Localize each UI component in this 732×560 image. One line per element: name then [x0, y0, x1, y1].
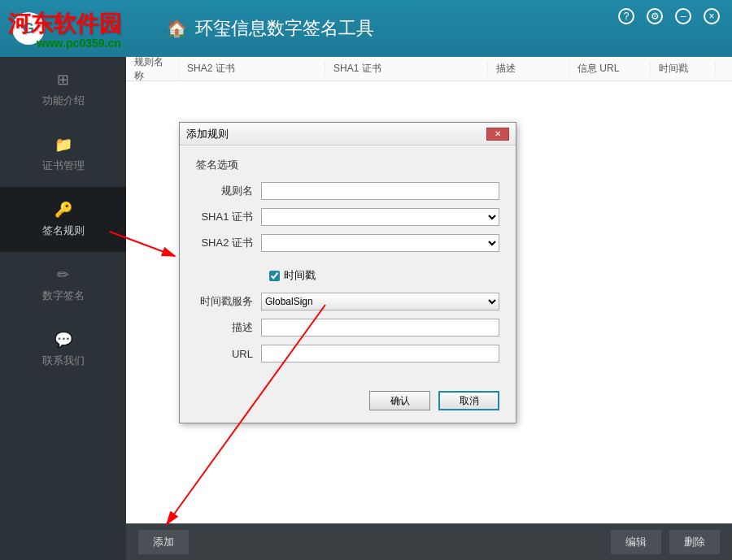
checkbox-timestamp[interactable]: [269, 271, 280, 281]
label-timestamp: 时间戳: [284, 268, 316, 283]
dialog-titlebar[interactable]: 添加规则 ✕: [180, 123, 516, 145]
th-sha1[interactable]: SHA1 证书: [325, 62, 488, 76]
form-row-sha1: SHA1 证书: [196, 208, 499, 226]
sidebar-item-label: 联系我们: [42, 354, 85, 368]
close-button[interactable]: ×: [704, 8, 720, 24]
logo-area: G: [12, 12, 45, 45]
folder-icon: 📁: [54, 136, 72, 154]
label-desc: 描述: [196, 320, 261, 335]
cancel-button[interactable]: 取消: [438, 391, 499, 410]
th-timestamp[interactable]: 时间戳: [651, 62, 716, 76]
add-button[interactable]: 添加: [138, 530, 189, 554]
logo-icon: G: [12, 12, 45, 45]
minimize-button[interactable]: –: [675, 8, 691, 24]
dialog-title-text: 添加规则: [186, 127, 229, 141]
th-sha2[interactable]: SHA2 证书: [179, 62, 325, 76]
home-icon[interactable]: 🏠: [167, 19, 187, 38]
dialog-buttons: 确认 取消: [180, 383, 516, 423]
label-tsservice: 时间戳服务: [196, 294, 261, 309]
form-row-sha2: SHA2 证书: [196, 234, 499, 252]
sidebar-item-sign[interactable]: ✏ 数字签名: [0, 252, 126, 317]
sidebar-item-cert[interactable]: 📁 证书管理: [0, 122, 126, 187]
app-title: 环玺信息数字签名工具: [195, 16, 374, 41]
delete-button[interactable]: 删除: [669, 530, 720, 554]
label-url: URL: [196, 348, 261, 360]
key-icon: 🔑: [54, 201, 72, 219]
select-sha1[interactable]: [261, 208, 499, 226]
table-header: 规则名称 SHA2 证书 SHA1 证书 描述 信息 URL 时间戳: [126, 57, 732, 81]
ok-button[interactable]: 确认: [369, 391, 430, 410]
dialog-body: 签名选项 规则名 SHA1 证书 SHA2 证书 时间戳 时间戳服务 Globa…: [180, 145, 516, 383]
th-name[interactable]: 规则名称: [126, 55, 179, 83]
titlebar-controls: ? ⚙ – ×: [618, 8, 720, 24]
form-row-url: URL: [196, 345, 499, 362]
bottom-bar: 添加 编辑 删除: [126, 523, 732, 560]
sidebar-item-contact[interactable]: 💬 联系我们: [0, 317, 126, 382]
select-tsservice[interactable]: GlobalSign: [261, 293, 499, 310]
label-sha2: SHA2 证书: [196, 236, 261, 250]
sidebar-item-label: 签名规则: [42, 224, 85, 238]
form-row-tsservice: 时间戳服务 GlobalSign: [196, 293, 499, 310]
input-desc[interactable]: [261, 319, 499, 336]
label-sha1: SHA1 证书: [196, 210, 261, 224]
checkbox-row-timestamp: 时间戳: [269, 268, 499, 283]
sidebar: ⊞ 功能介绍 📁 证书管理 🔑 签名规则 ✏ 数字签名 💬 联系我们: [0, 57, 126, 560]
th-url[interactable]: 信息 URL: [569, 62, 651, 76]
edit-button[interactable]: 编辑: [611, 530, 661, 554]
settings-button[interactable]: ⚙: [647, 8, 663, 24]
help-button[interactable]: ?: [618, 8, 634, 24]
form-row-desc: 描述: [196, 319, 499, 336]
select-sha2[interactable]: [261, 234, 499, 252]
titlebar: G 🏠 环玺信息数字签名工具 ? ⚙ – ×: [0, 0, 732, 57]
grid-icon: ⊞: [57, 71, 69, 89]
sidebar-item-label: 证书管理: [42, 158, 85, 173]
sidebar-item-rules[interactable]: 🔑 签名规则: [0, 187, 126, 252]
dialog-close-button[interactable]: ✕: [486, 128, 509, 141]
th-desc[interactable]: 描述: [488, 62, 569, 76]
sidebar-item-intro[interactable]: ⊞ 功能介绍: [0, 57, 126, 122]
sidebar-item-label: 数字签名: [42, 289, 85, 303]
pencil-icon: ✏: [57, 266, 69, 284]
form-row-rulename: 规则名: [196, 182, 499, 200]
add-rule-dialog: 添加规则 ✕ 签名选项 规则名 SHA1 证书 SHA2 证书 时间戳 时间戳服…: [179, 122, 516, 423]
input-rulename[interactable]: [261, 182, 499, 200]
sidebar-item-label: 功能介绍: [42, 93, 85, 108]
input-url[interactable]: [261, 345, 499, 362]
chat-icon: 💬: [54, 331, 72, 349]
section-title: 签名选项: [196, 158, 499, 172]
label-rulename: 规则名: [196, 184, 261, 198]
